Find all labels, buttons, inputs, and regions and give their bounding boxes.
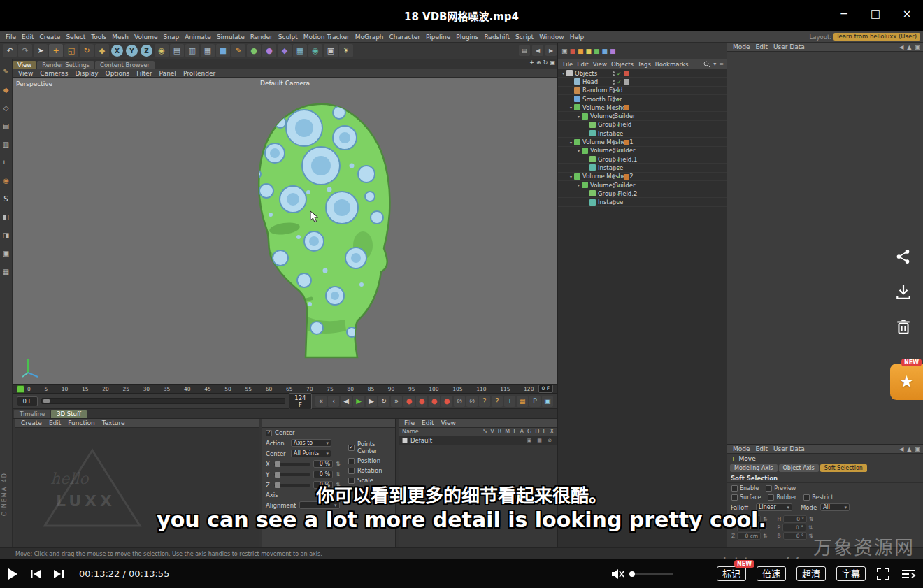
visibility-dots-icon[interactable] [613,88,615,93]
record-param-icon[interactable]: ⊘ [454,396,465,407]
enabled-check-icon[interactable]: ✓ [617,131,622,137]
enabled-check-icon[interactable]: ✓ [617,173,622,180]
grid-toggle-icon[interactable]: ▦ [517,396,528,407]
enabled-check-icon[interactable]: ✓ [617,79,622,85]
enabled-check-icon[interactable]: ✓ [617,182,622,189]
menu-item[interactable]: View [591,61,609,68]
viewport-menu-item[interactable]: Filter [134,70,155,77]
object-row[interactable]: Group Field.2 ✓ [558,189,727,198]
viewport-menu-item[interactable]: Display [72,70,101,77]
tag-icon[interactable] [624,105,629,110]
visibility-dots-icon[interactable] [613,106,615,110]
scene-icon[interactable]: ▣ [561,48,568,55]
prev-video-button[interactable] [30,569,41,579]
action-dropdown[interactable]: Axis to▾ [291,439,331,447]
list-options-icon[interactable]: ≡ [719,61,724,67]
mirror-icon[interactable]: ◨ [1,230,11,240]
deformer-icon[interactable]: ◆ [278,44,292,57]
visibility-dots-icon[interactable] [613,166,615,171]
scale-icon[interactable]: ◱ [64,44,78,57]
last-tool-icon[interactable]: ◆ [95,44,109,57]
pen-tool-icon[interactable]: ✎ [1,66,11,76]
menu-item[interactable]: User Data [771,43,808,50]
object-row[interactable]: ▾ Volume Mesher.1 ✓ [558,138,727,146]
pen-icon[interactable]: ✎ [231,44,245,57]
palette-red-icon[interactable]: ■ [570,48,576,55]
snap-toggle-icon[interactable]: + [504,396,515,407]
visibility-dots-icon[interactable] [613,71,615,76]
enabled-check-icon[interactable]: ✓ [617,105,622,111]
redo-icon[interactable]: ↷ [18,44,32,57]
menu-item[interactable]: Select [63,34,88,41]
viewport-menu-item[interactable]: Cameras [37,70,71,77]
up-icon[interactable]: ▲ [907,44,911,50]
download-button[interactable] [893,281,914,302]
object-row[interactable]: Group Field ✓ [558,121,727,129]
volume-slider[interactable] [631,573,673,575]
menu-item[interactable]: Function [65,420,97,426]
visibility-dots-icon[interactable] [613,122,615,127]
prev-key-icon[interactable]: ‹ [328,396,339,407]
quality-button[interactable]: 超清 [796,566,826,581]
render-view-icon[interactable]: ▤ [170,44,184,57]
visibility-dots-icon[interactable] [613,140,615,145]
current-frame-marker[interactable] [17,385,24,393]
speed-button[interactable]: 倍速 [757,566,786,581]
workplane-toggle-icon[interactable]: P [529,396,541,407]
coordinate-row[interactable]: Z0 cm⇅ [731,532,767,540]
snap-tool-icon[interactable]: S [1,194,11,203]
bevel-tool-icon[interactable]: ◇ [1,103,11,113]
pan-view-icon[interactable]: + [529,59,534,66]
back-icon[interactable]: ◀ [532,45,543,56]
rotate-icon[interactable]: ↻ [80,44,94,57]
close-icon[interactable]: × [901,8,913,20]
menu-item[interactable]: Texture [99,420,128,426]
stepper-icon[interactable]: ⇅ [336,461,341,467]
minimize-icon[interactable]: ─ [838,8,850,20]
layer-row[interactable]: Default ▣ ▦ ⊘ [399,436,557,445]
tab-render-settings[interactable]: Render Settings [37,61,94,69]
fullscreen-button[interactable] [876,567,890,581]
search-icon[interactable] [703,61,710,68]
coord-system-icon[interactable]: ◉ [155,44,169,57]
tab-object-axis[interactable]: Object Axis [779,464,819,472]
live-selection-icon[interactable]: ➤ [34,44,48,57]
stepper-icon[interactable]: ⇅ [763,533,767,539]
axis-lock-icon[interactable]: ▣ [1,248,11,258]
play-icon[interactable]: ▶ [353,396,364,407]
timeline-ruler[interactable]: 0510152025303540455055606570758085909510… [13,384,557,394]
next-video-button[interactable] [53,569,64,579]
corner-tool-icon[interactable]: ∟ [1,157,11,167]
autokey-icon[interactable]: ? [479,396,490,407]
layer-color-swatch[interactable] [402,438,408,443]
prev-frame-icon[interactable]: ◀ [341,396,352,407]
expand-arrow-icon[interactable]: ▾ [576,148,581,153]
viewport-canvas[interactable]: Perspective Default Camera [13,78,557,384]
frame-range-slider[interactable] [41,398,285,404]
menu-item[interactable]: Tags [636,61,653,68]
object-row[interactable]: Instance ✓ [558,198,727,206]
minimize-timeline-icon[interactable]: ▣ [542,396,553,407]
tab-soft-selection[interactable]: Soft Selection [820,464,867,472]
option-checkbox[interactable]: ✓ [348,445,355,451]
menu-item[interactable]: Edit [19,34,36,41]
visibility-dots-icon[interactable] [613,114,615,119]
menu-item[interactable]: View [438,420,459,426]
enabled-check-icon[interactable]: ✓ [617,96,622,103]
viewport-menu-item[interactable]: Panel [157,70,179,77]
volume-control[interactable] [611,568,673,580]
share-button[interactable] [893,246,914,267]
menu-item[interactable]: Bookmarks [653,61,691,68]
layer-toggles[interactable]: ▣ ▦ ⊘ [527,438,554,443]
axis-percent-field[interactable]: 0 % [313,471,333,478]
layout-value[interactable]: learn from helloluxx (User) [833,33,920,41]
record-keyframe-icon[interactable]: ● [403,396,415,407]
expand-arrow-icon[interactable]: ▾ [576,114,581,119]
visibility-dots-icon[interactable] [613,80,615,85]
subdivision-icon[interactable]: ● [247,44,261,57]
lock-icon[interactable]: ▣ [915,446,920,452]
visibility-dots-icon[interactable] [613,131,615,136]
viewport-menu-item[interactable]: Options [103,70,133,77]
coordinate-row[interactable]: B0 °⇅ [777,532,813,540]
menu-item[interactable]: Create [18,420,45,426]
